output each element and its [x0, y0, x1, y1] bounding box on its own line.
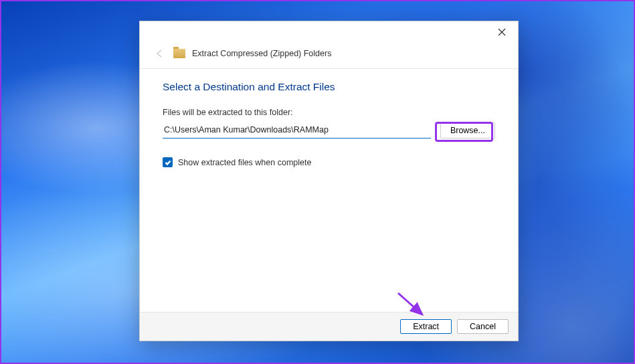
close-icon: [498, 28, 506, 36]
zipped-folder-icon: [173, 49, 185, 58]
content-area: Select a Destination and Extract Files F…: [140, 69, 518, 312]
checkmark-icon: [165, 159, 171, 166]
arrow-left-icon: [155, 49, 165, 58]
titlebar: [140, 21, 518, 43]
show-files-checkbox-row[interactable]: Show extracted files when complete: [163, 157, 495, 167]
close-button[interactable]: [490, 23, 514, 41]
browse-button[interactable]: Browse...: [440, 122, 495, 139]
extract-dialog: Extract Compressed (Zipped) Folders Sele…: [139, 21, 519, 341]
back-button: [153, 47, 167, 60]
wizard-header: Extract Compressed (Zipped) Folders: [140, 43, 518, 68]
dialog-footer: Extract Cancel: [140, 312, 518, 341]
show-files-checkbox[interactable]: [163, 157, 173, 167]
show-files-label: Show extracted files when complete: [178, 158, 311, 167]
destination-path-input[interactable]: [163, 122, 431, 139]
extract-button[interactable]: Extract: [400, 319, 452, 334]
page-heading: Select a Destination and Extract Files: [163, 81, 495, 93]
wizard-title: Extract Compressed (Zipped) Folders: [192, 49, 331, 58]
path-label: Files will be extracted to this folder:: [163, 108, 495, 117]
cancel-button[interactable]: Cancel: [457, 319, 509, 334]
path-row: Browse...: [163, 122, 495, 139]
